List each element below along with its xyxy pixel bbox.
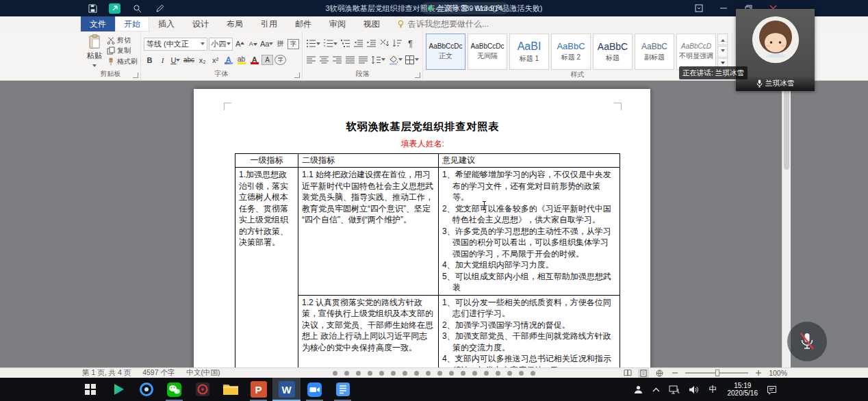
taskbar-meeting-app-icon[interactable] (301, 378, 329, 401)
italic-button[interactable]: I (157, 54, 168, 66)
print-layout-icon[interactable] (638, 369, 649, 378)
style-heading2[interactable]: AaBbC 标题 2 (551, 34, 591, 70)
align-right-button[interactable] (331, 54, 343, 66)
strikethrough-button[interactable]: abc (183, 54, 195, 66)
style-subtle-emphasis[interactable]: AaBbCcD 不明显强调 (676, 34, 716, 70)
font-name-select[interactable]: 等线 (中文正 (144, 38, 207, 51)
increase-indent-button[interactable] (366, 38, 377, 49)
numbered-list-button[interactable] (322, 38, 338, 49)
header-level1[interactable]: 一级指标 (235, 154, 298, 168)
document-canvas[interactable]: 软弱涣散基层党组织排查对照表 填表人姓名: 一级指标 二级指标 意见建议 1.加… (0, 81, 868, 367)
style-normal[interactable]: AaBbCcDc 正文 (426, 34, 465, 70)
start-button[interactable] (77, 378, 104, 401)
font-size-select[interactable]: 小四 (209, 38, 233, 51)
asian-layout-button[interactable] (379, 38, 390, 49)
dialog-launcher-icon[interactable] (133, 73, 138, 78)
ime-indicator[interactable]: 中 (708, 384, 719, 396)
taskbar-music-app-icon[interactable] (188, 378, 216, 401)
style-title[interactable]: AaBbC 标题 (593, 34, 633, 70)
bold-button[interactable]: B (144, 54, 155, 66)
zoom-slider-thumb[interactable] (715, 370, 719, 376)
notification-center-icon[interactable] (767, 383, 777, 396)
meeting-id-badge[interactable]: 会议号 389 613 914 (421, 2, 509, 14)
zoom-slider[interactable] (685, 372, 748, 374)
shading-button[interactable] (387, 54, 403, 66)
tab-mailings[interactable]: 邮件 (286, 16, 320, 31)
change-case-button[interactable]: Aa (260, 38, 273, 50)
tab-references[interactable]: 引用 (252, 16, 286, 31)
web-layout-icon[interactable] (654, 369, 665, 378)
align-center-button[interactable] (318, 54, 330, 66)
people-icon[interactable] (633, 383, 643, 396)
tab-layout[interactable]: 布局 (218, 16, 252, 31)
dialog-launcher-icon[interactable] (415, 73, 420, 78)
taskbar-wechat-icon[interactable] (160, 378, 188, 401)
enclose-characters-button[interactable]: 字 (275, 55, 286, 65)
cell-indicator-1-1[interactable]: 1.1 始终把政治建设摆在首位，用习近平新时代中国特色社会主义思想武装党员头脑、… (298, 168, 439, 296)
cell-suggestions-1-2[interactable]: 1、可以分发一些相关的纸质资料，方便各位同志们进行学习。 2、加强学习强国学习情… (439, 295, 620, 367)
tab-view[interactable]: 视图 (355, 16, 389, 31)
taskbar-word-icon[interactable]: W (272, 378, 301, 401)
decrease-indent-button[interactable] (353, 38, 364, 49)
tell-me-box[interactable]: 告诉我您想要做什么... (397, 16, 489, 31)
save-icon[interactable] (86, 2, 99, 14)
gallery-scroll-up[interactable] (717, 34, 728, 45)
dialog-launcher-icon[interactable] (294, 73, 300, 78)
meeting-mic-muted-button[interactable] (787, 322, 827, 361)
ribbon-display-options-icon[interactable] (687, 0, 711, 16)
taskbar-browser-icon[interactable] (132, 378, 160, 401)
page-indicator[interactable]: 第 1 页, 共 4 页 (82, 368, 131, 378)
minimize-button[interactable] (711, 0, 736, 16)
paste-button[interactable]: 粘贴 (84, 34, 105, 70)
cell-indicator-1-2[interactable]: 1.2 认真贯彻落实党的路线方针政策，宣传执行上级党组织及本支部的决议，支部党员… (298, 295, 439, 367)
taskbar-file-explorer-icon[interactable] (216, 378, 244, 401)
align-left-button[interactable] (305, 54, 317, 66)
style-no-spacing[interactable]: AaBbCcDc 无间隔 (468, 34, 507, 70)
network-icon[interactable] (669, 383, 680, 396)
borders-button[interactable] (404, 54, 420, 66)
volume-icon[interactable] (689, 383, 699, 396)
multilevel-list-button[interactable] (340, 38, 351, 49)
zoom-in-button[interactable] (753, 369, 764, 378)
cut-button[interactable]: 剪切 (107, 35, 138, 45)
grow-font-button[interactable]: A (234, 38, 246, 50)
style-heading1[interactable]: AaBI 标题 1 (509, 34, 549, 70)
zoom-level[interactable]: 100% (769, 369, 787, 377)
character-border-button[interactable]: 字 (288, 39, 299, 49)
webcam-tile[interactable]: 兰琪冰雪 (736, 9, 815, 91)
shrink-font-button[interactable]: A (247, 38, 259, 50)
read-mode-icon[interactable] (622, 369, 633, 378)
header-suggestion[interactable]: 意见建议 (439, 154, 620, 168)
page[interactable]: 软弱涣散基层党组织排查对照表 填表人姓名: 一级指标 二级指标 意见建议 1.加… (194, 89, 650, 367)
taskbar-powerpoint-icon[interactable]: P (244, 378, 272, 401)
tab-file[interactable]: 文件 (81, 16, 115, 31)
character-shading-button[interactable]: A (261, 55, 273, 65)
taskbar-clock[interactable]: 15:19 2020/5/16 (728, 382, 758, 397)
header-level2[interactable]: 二级指标 (298, 154, 439, 168)
highlight-color-button[interactable]: ab (235, 54, 247, 66)
superscript-button[interactable]: x² (209, 54, 221, 66)
copy-button[interactable]: 复制 (107, 46, 138, 56)
format-painter-button[interactable]: 格式刷 (107, 57, 138, 67)
review-table[interactable]: 一级指标 二级指标 意见建议 1.加强思想政治引领，落实立德树人根本任务、贯彻落… (235, 153, 620, 367)
style-subtitle[interactable]: AaBbC 副标题 (635, 34, 674, 70)
line-spacing-button[interactable] (370, 54, 386, 66)
sort-button[interactable] (392, 38, 403, 49)
tab-home[interactable]: 开始 (115, 16, 149, 31)
font-color-button[interactable]: A (248, 54, 260, 66)
underline-button[interactable]: U (170, 54, 181, 66)
show-marks-button[interactable]: ¶ (405, 38, 416, 49)
vertical-scrollbar[interactable] (782, 81, 791, 367)
tab-design[interactable]: 设计 (183, 16, 218, 31)
scrollbar-thumb[interactable] (784, 89, 789, 170)
tab-review[interactable]: 审阅 (320, 16, 355, 31)
taskbar-media-player-icon[interactable] (104, 378, 132, 401)
zoom-out-button[interactable] (669, 369, 680, 378)
subscript-button[interactable]: x₂ (196, 54, 208, 66)
tab-insert[interactable]: 插入 (149, 16, 183, 31)
justify-button[interactable] (344, 54, 356, 66)
cell-level1-indicator[interactable]: 1.加强思想政治引领，落实立德树人根本任务、贯彻落实上级党组织的方针政策、决策部… (235, 168, 298, 368)
word-count[interactable]: 4597 个字 (142, 368, 175, 378)
distribute-button[interactable] (357, 54, 369, 66)
cell-suggestions-1-1[interactable]: 1、希望能够增加学习的内容，不仅仅是中央发布的学习文件，还有党对目前形势的政策等… (439, 168, 620, 296)
